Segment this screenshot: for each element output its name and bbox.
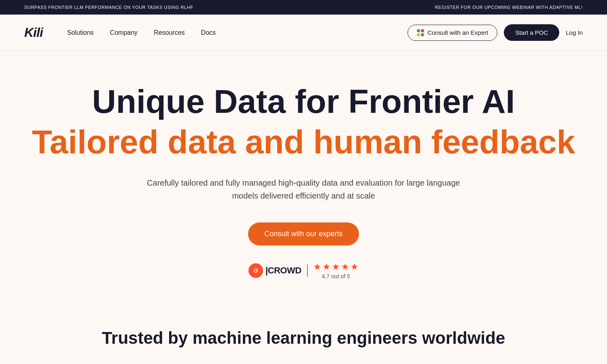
trusted-title: Trusted by machine learning engineers wo…	[24, 328, 583, 348]
navbar-left: Kili Solutions Company Resources Docs	[24, 25, 216, 40]
hero-title-line1: Unique Data for Frontier AI	[92, 83, 515, 120]
navbar-right: Consult with an Expert Start a POC Log I…	[407, 24, 583, 41]
star-2: ★	[323, 262, 331, 272]
banner-right-text: REGISTER FOR OUR UPCOMING WEBINAR WITH A…	[435, 5, 583, 10]
cta-button[interactable]: Consult with our experts	[248, 222, 359, 245]
g2-logo: G |CROWD	[248, 263, 301, 278]
nav-docs[interactable]: Docs	[201, 29, 216, 36]
hero-section: Unique Data for Frontier AI Tailored dat…	[0, 51, 607, 304]
consult-expert-label: Consult with an Expert	[427, 29, 488, 36]
login-link[interactable]: Log In	[566, 29, 583, 36]
g2-score: 4,7 out of 5	[313, 273, 359, 279]
dot-blue	[417, 29, 420, 32]
nav-links: Solutions Company Resources Docs	[67, 29, 216, 36]
g2-separator	[307, 265, 308, 277]
hero-title-line2: Tailored data and human feedback	[32, 124, 575, 160]
hero-subtitle: Carefully tailored and fully managed hig…	[146, 176, 461, 202]
dot-red	[421, 29, 424, 32]
star-3: ★	[332, 262, 340, 272]
nav-resources[interactable]: Resources	[154, 29, 185, 36]
g2-stars-section: ★ ★ ★ ★ ★ 4,7 out of 5	[313, 262, 359, 279]
star-4: ★	[341, 262, 349, 272]
logo[interactable]: Kili	[24, 25, 43, 40]
nav-company[interactable]: Company	[110, 29, 138, 36]
dot-yellow	[417, 33, 420, 36]
google-dots-icon	[417, 29, 424, 36]
g2-rating: G |CROWD ★ ★ ★ ★ ★ 4,7 out of 5	[248, 262, 359, 279]
consult-expert-button[interactable]: Consult with an Expert	[407, 25, 497, 41]
banner-left-text: SURPASS FRONTIER LLM PERFORMANCE ON YOUR…	[24, 5, 193, 10]
star-1: ★	[313, 262, 321, 272]
trusted-section: Trusted by machine learning engineers wo…	[0, 304, 607, 364]
dot-green	[421, 33, 424, 36]
g2-crowd-text: |CROWD	[265, 265, 301, 276]
star-5-half: ★	[350, 262, 359, 272]
nav-solutions[interactable]: Solutions	[67, 29, 94, 36]
g2-stars: ★ ★ ★ ★ ★	[313, 262, 359, 272]
navbar: Kili Solutions Company Resources Docs Co…	[0, 15, 607, 51]
start-poc-button[interactable]: Start a POC	[504, 24, 559, 41]
top-banner: SURPASS FRONTIER LLM PERFORMANCE ON YOUR…	[0, 0, 607, 15]
g2-badge-icon: G	[248, 263, 263, 278]
